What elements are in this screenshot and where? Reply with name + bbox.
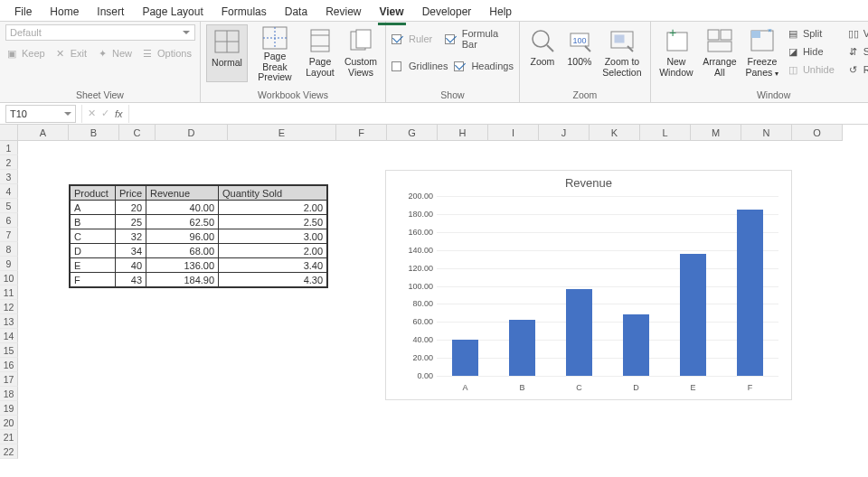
col-header[interactable]: I: [488, 125, 539, 141]
table-cell[interactable]: 96.00: [146, 229, 219, 244]
col-header[interactable]: H: [438, 125, 488, 141]
col-header[interactable]: K: [590, 125, 640, 141]
chart-bar[interactable]: [737, 210, 762, 376]
table-cell[interactable]: 2.00: [219, 201, 327, 215]
table-cell[interactable]: C: [71, 229, 116, 244]
gridlines-checkbox[interactable]: Gridlines: [392, 57, 448, 75]
table-cell[interactable]: 68.00: [146, 244, 219, 258]
col-header[interactable]: A: [18, 125, 69, 141]
row-header[interactable]: 4: [0, 184, 18, 199]
table-cell[interactable]: 40.00: [146, 201, 219, 215]
cells-area[interactable]: ProductPriceRevenueQuantity SoldA2040.00…: [18, 141, 868, 477]
new-window-button[interactable]: + New Window: [656, 24, 696, 82]
table-cell[interactable]: B: [71, 215, 116, 229]
revenue-chart[interactable]: Revenue 0.0020.0040.0060.0080.00100.0012…: [385, 170, 792, 400]
view-sbs-button[interactable]: ▯▯View: [847, 24, 868, 42]
reset-button[interactable]: ↺Reset: [847, 61, 868, 79]
row-header[interactable]: 1: [0, 141, 18, 155]
row-header[interactable]: 8: [0, 242, 18, 257]
select-all-corner[interactable]: [0, 125, 18, 141]
table-cell[interactable]: 20: [116, 201, 146, 215]
page-break-button[interactable]: Page Break Preview: [251, 24, 298, 82]
col-header[interactable]: B: [69, 125, 119, 141]
table-cell[interactable]: 34: [116, 244, 146, 258]
hide-button[interactable]: ◪Hide: [787, 42, 835, 61]
row-header[interactable]: 7: [0, 228, 18, 242]
tab-developer[interactable]: Developer: [413, 3, 481, 21]
formula-bar-checkbox[interactable]: Formula Bar: [445, 30, 514, 48]
row-header[interactable]: 3: [0, 170, 18, 184]
row-header[interactable]: 6: [0, 213, 18, 228]
enter-icon[interactable]: ✓: [101, 108, 109, 119]
row-header[interactable]: 5: [0, 199, 18, 213]
fx-icon[interactable]: fx: [115, 108, 123, 119]
table-cell[interactable]: 2.50: [219, 215, 327, 229]
table-cell[interactable]: 3.40: [219, 258, 327, 273]
row-header[interactable]: 16: [0, 358, 18, 372]
chart-bar[interactable]: [452, 340, 477, 376]
row-header[interactable]: 15: [0, 343, 18, 358]
col-header[interactable]: J: [539, 125, 590, 141]
row-header[interactable]: 10: [0, 271, 18, 285]
tab-page-layout[interactable]: Page Layout: [133, 3, 212, 21]
table-cell[interactable]: A: [71, 201, 116, 215]
col-header[interactable]: L: [640, 125, 691, 141]
sheetview-selector[interactable]: Default: [5, 24, 195, 41]
table-cell[interactable]: 4.30: [219, 273, 327, 287]
tab-home[interactable]: Home: [41, 3, 88, 21]
zoom-100-button[interactable]: 100 100%: [563, 24, 596, 82]
row-header[interactable]: 12: [0, 300, 18, 314]
normal-view-button[interactable]: Normal: [206, 24, 248, 82]
column-headers[interactable]: ABCDEFGHIJKLMNO: [18, 125, 843, 141]
col-header[interactable]: M: [691, 125, 741, 141]
table-cell[interactable]: 43: [116, 273, 146, 287]
row-header[interactable]: 2: [0, 155, 18, 170]
table-cell[interactable]: 2.00: [219, 244, 327, 258]
chart-bar[interactable]: [509, 320, 534, 376]
tab-view[interactable]: View: [371, 3, 413, 21]
table-cell[interactable]: 40: [116, 258, 146, 273]
col-header[interactable]: D: [156, 125, 228, 141]
zoom-button[interactable]: Zoom: [525, 24, 560, 82]
row-header[interactable]: 17: [0, 372, 18, 387]
chart-bar[interactable]: [680, 254, 705, 376]
exit-button[interactable]: ✕Exit: [54, 44, 87, 62]
page-layout-button[interactable]: Page Layout: [302, 24, 338, 82]
name-box[interactable]: T10: [5, 105, 76, 123]
ruler-checkbox[interactable]: Ruler: [392, 30, 432, 48]
chart-bar[interactable]: [623, 314, 648, 376]
row-header[interactable]: 18: [0, 387, 18, 401]
row-header[interactable]: 9: [0, 257, 18, 271]
col-header[interactable]: G: [387, 125, 438, 141]
new-button[interactable]: ✦New: [96, 44, 132, 62]
table-cell[interactable]: F: [71, 273, 116, 287]
col-header[interactable]: F: [336, 125, 387, 141]
tab-file[interactable]: File: [5, 3, 41, 21]
formula-input[interactable]: [128, 105, 868, 123]
chart-bar[interactable]: [566, 289, 591, 376]
tab-help[interactable]: Help: [480, 3, 521, 21]
row-header[interactable]: 21: [0, 430, 18, 444]
table-cell[interactable]: 3.00: [219, 229, 327, 244]
tab-formulas[interactable]: Formulas: [212, 3, 276, 21]
zoom-to-selection-button[interactable]: Zoom to Selection: [599, 24, 645, 82]
row-header[interactable]: 14: [0, 329, 18, 343]
arrange-all-button[interactable]: Arrange All: [700, 24, 740, 82]
table-cell[interactable]: 136.00: [146, 258, 219, 273]
tab-insert[interactable]: Insert: [88, 3, 133, 21]
table-cell[interactable]: 184.90: [146, 273, 219, 287]
row-header[interactable]: 13: [0, 314, 18, 329]
table-cell[interactable]: 62.50: [146, 215, 219, 229]
custom-views-button[interactable]: Custom Views: [342, 24, 380, 82]
row-header[interactable]: 22: [0, 444, 18, 459]
col-header[interactable]: N: [741, 125, 792, 141]
table-cell[interactable]: D: [71, 244, 116, 258]
keep-button[interactable]: ▣Keep: [5, 44, 45, 62]
row-header[interactable]: 11: [0, 285, 18, 300]
headings-checkbox[interactable]: Headings: [454, 57, 513, 75]
table-cell[interactable]: 32: [116, 229, 146, 244]
table-cell[interactable]: 25: [116, 215, 146, 229]
col-header[interactable]: O: [792, 125, 843, 141]
worksheet-grid[interactable]: ABCDEFGHIJKLMNO 123456789101112131415161…: [0, 125, 868, 477]
tab-review[interactable]: Review: [316, 3, 370, 21]
